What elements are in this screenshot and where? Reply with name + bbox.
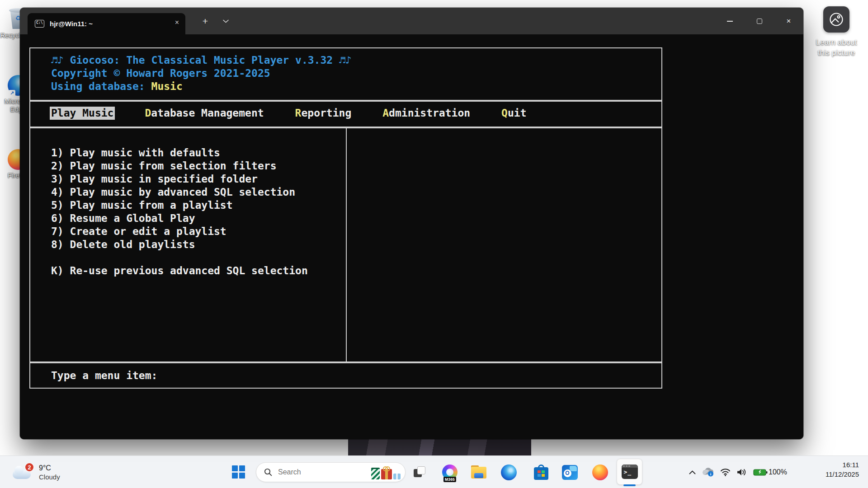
- menubar-item-reporting[interactable]: Reporting: [295, 107, 352, 120]
- microsoft-store-button[interactable]: [533, 464, 550, 481]
- menu-item-k[interactable]: K) Re-use previous advanced SQL selectio…: [51, 264, 661, 277]
- battery-percent: 100%: [769, 468, 787, 476]
- tray-date: 11/12/2025: [826, 470, 859, 478]
- close-button[interactable]: ×: [774, 8, 803, 34]
- giocoso-prompt-panel[interactable]: Type a menu item:: [29, 362, 662, 389]
- tab-close-button[interactable]: ×: [175, 19, 179, 27]
- command-prompt-icon: C:\: [35, 20, 44, 28]
- edge-button[interactable]: [500, 464, 517, 481]
- folder-icon: [471, 465, 487, 479]
- outlook-button[interactable]: O: [561, 464, 578, 481]
- terminal-content: ♬♪ Giocoso: The Classical Music Player v…: [20, 34, 803, 439]
- weather-widget[interactable]: 2 9°C Cloudy: [12, 456, 60, 488]
- menu-item-1[interactable]: 1) Play music with defaults: [51, 146, 661, 160]
- menubar-item-play-music[interactable]: Play Music: [50, 107, 115, 120]
- weather-temp: 9°C: [39, 464, 60, 472]
- tray-time: 16:11: [826, 461, 859, 469]
- chevron-down-icon: [223, 19, 229, 23]
- menu-item-7[interactable]: 7) Create or edit a playlist: [51, 225, 661, 238]
- cloud-icon: 2: [12, 465, 33, 480]
- holiday-gifts-icon: [371, 468, 401, 479]
- minimize-button[interactable]: [715, 8, 745, 34]
- terminal-tab[interactable]: C:\ hjr@Win11: ~ ×: [28, 13, 185, 34]
- menubar-item-quit[interactable]: Quit: [501, 107, 526, 120]
- new-tab-button[interactable]: +: [197, 8, 213, 34]
- battery-status[interactable]: 100%: [753, 468, 787, 476]
- speaker-icon[interactable]: [736, 468, 747, 476]
- task-view-icon: [411, 465, 428, 479]
- menu-item-5[interactable]: 5) Play music from a playlist: [51, 199, 661, 212]
- terminal-taskbar-button[interactable]: >_: [617, 459, 642, 485]
- desktop: ♻ Recycle Bin ↗ Microsoft Edge Firefox L…: [0, 0, 868, 488]
- m365-copilot-button[interactable]: M365: [441, 464, 458, 481]
- giocoso-menubar: Play MusicDatabase ManagementReportingAd…: [29, 101, 662, 127]
- menubar-item-administration[interactable]: Administration: [382, 107, 470, 120]
- taskbar: 2 9°C Cloudy M365: [0, 455, 868, 488]
- terminal-window: C:\ hjr@Win11: ~ × + × ♬♪ Giocoso: The C…: [20, 8, 803, 439]
- menu-item-8[interactable]: 8) Delete old playlists: [51, 238, 661, 251]
- maximize-button[interactable]: [745, 8, 774, 34]
- firefox-button[interactable]: [591, 464, 609, 481]
- copyright-line: Copyright © Howard Rogers 2021-2025: [51, 67, 661, 80]
- learn-about-picture-widget[interactable]: Learn about this picture: [812, 6, 861, 58]
- terminal-titlebar[interactable]: C:\ hjr@Win11: ~ × + ×: [20, 8, 803, 34]
- tray-chevron-up-icon[interactable]: [689, 470, 696, 474]
- app-title: ♬♪ Giocoso: The Classical Music Player v…: [51, 54, 661, 67]
- tab-dropdown-button[interactable]: [218, 8, 233, 34]
- onedrive-icon[interactable]: i: [702, 468, 714, 477]
- m365-badge: M365: [443, 477, 456, 482]
- search-icon: [264, 468, 272, 476]
- menu-item-4[interactable]: 4) Play music by advanced SQL selection: [51, 186, 661, 199]
- firefox-icon: [592, 465, 608, 480]
- active-app-indicator: [623, 484, 636, 486]
- shortcut-arrow-icon: ↗: [9, 90, 15, 97]
- wifi-icon[interactable]: [720, 468, 731, 476]
- menu-item-6[interactable]: 6) Resume a Global Play: [51, 212, 661, 225]
- store-icon: [534, 465, 548, 480]
- search-box[interactable]: [256, 462, 406, 482]
- edge-icon: [501, 465, 517, 480]
- database-label: Using database:: [51, 80, 151, 92]
- battery-icon: [753, 468, 768, 476]
- file-explorer-button[interactable]: [470, 464, 487, 481]
- notification-badge: 2: [24, 462, 34, 472]
- giocoso-header-panel: ♬♪ Giocoso: The Classical Music Player v…: [29, 47, 662, 101]
- giocoso-menu-panel: 1) Play music with defaults 2) Play musi…: [29, 127, 662, 362]
- pane-divider: [346, 128, 347, 361]
- weather-condition: Cloudy: [39, 473, 60, 481]
- task-view-button[interactable]: [411, 464, 428, 481]
- system-tray: i 100%: [689, 456, 787, 488]
- learn-about-label-line1: Learn about: [816, 38, 857, 47]
- database-name: Music: [151, 80, 183, 92]
- terminal-icon: >_: [622, 465, 638, 479]
- outlook-icon: O: [562, 465, 578, 480]
- start-button[interactable]: [232, 465, 245, 479]
- picture-icon: [823, 6, 849, 33]
- menu-item-2[interactable]: 2) Play music from selection filters: [51, 160, 661, 173]
- menubar-item-database-management[interactable]: Database Management: [145, 107, 264, 120]
- learn-about-label-line2: this picture: [818, 48, 855, 57]
- clock-widget[interactable]: 16:11 11/12/2025: [826, 461, 859, 478]
- tab-title: hjr@Win11: ~: [50, 20, 93, 28]
- menu-item-3[interactable]: 3) Play music in specified folder: [51, 173, 661, 186]
- search-input[interactable]: [278, 468, 346, 476]
- menu-prompt: Type a menu item:: [51, 369, 661, 382]
